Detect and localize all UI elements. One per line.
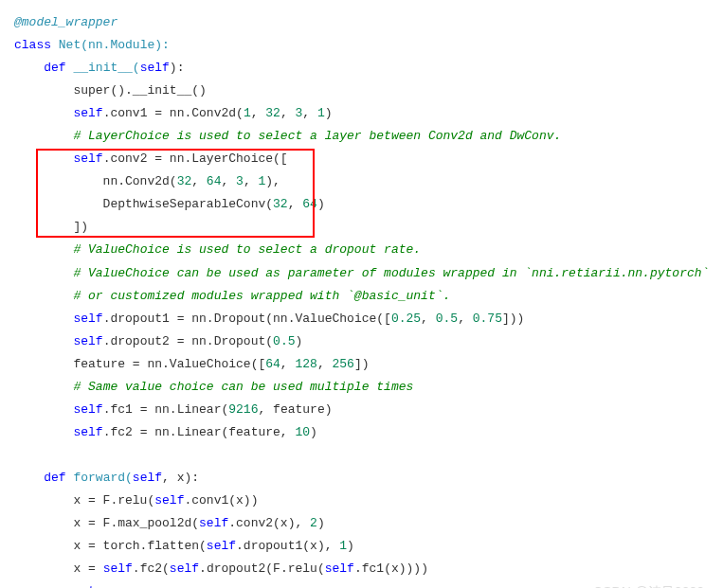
code-line bbox=[14, 444, 709, 467]
code-line: x = self.fc2(self.dropout2(F.relu(self.f… bbox=[14, 558, 709, 580]
code-line: feature = nn.ValueChoice([64, 128, 256]) bbox=[14, 353, 709, 376]
code-line: self.conv2 = nn.LayerChoice([ bbox=[14, 148, 709, 170]
watermark: CSDN @清风2022 bbox=[593, 580, 704, 588]
code-line: self.dropout1 = nn.Dropout(nn.ValueChoic… bbox=[14, 308, 709, 330]
code-line: nn.Conv2d(32, 64, 3, 1), bbox=[14, 170, 709, 193]
code-line: x = F.max_pool2d(self.conv2(x), 2) bbox=[14, 512, 709, 535]
code-line: def forward(self, x): bbox=[14, 467, 709, 490]
code-line: # or customized modules wrapped with `@b… bbox=[14, 285, 709, 308]
code-line: self.dropout2 = nn.Dropout(0.5) bbox=[14, 330, 709, 353]
code-line: # ValueChoice is used to select a dropou… bbox=[14, 239, 709, 261]
code-block: @model_wrapper class Net(nn.Module): def… bbox=[14, 11, 709, 588]
code-line: ]) bbox=[14, 216, 709, 239]
code-line: x = torch.flatten(self.dropout1(x), 1) bbox=[14, 535, 709, 558]
code-line: # LayerChoice is used to select a layer … bbox=[14, 125, 709, 148]
code-line: # ValueChoice can be used as parameter o… bbox=[14, 262, 709, 285]
code-line: class Net(nn.Module): bbox=[14, 34, 709, 57]
code-line: super().__init__() bbox=[14, 80, 709, 102]
code-line: self.fc2 = nn.Linear(feature, 10) bbox=[14, 421, 709, 444]
code-line: self.conv1 = nn.Conv2d(1, 32, 3, 1) bbox=[14, 102, 709, 125]
code-line: def __init__(self): bbox=[14, 57, 709, 80]
code-line: # Same value choice can be used multiple… bbox=[14, 376, 709, 399]
code-line: DepthwiseSeparableConv(32, 64) bbox=[14, 193, 709, 216]
code-line: self.fc1 = nn.Linear(9216, feature) bbox=[14, 399, 709, 421]
code-line: @model_wrapper bbox=[14, 11, 709, 34]
code-line: x = F.relu(self.conv1(x)) bbox=[14, 490, 709, 512]
